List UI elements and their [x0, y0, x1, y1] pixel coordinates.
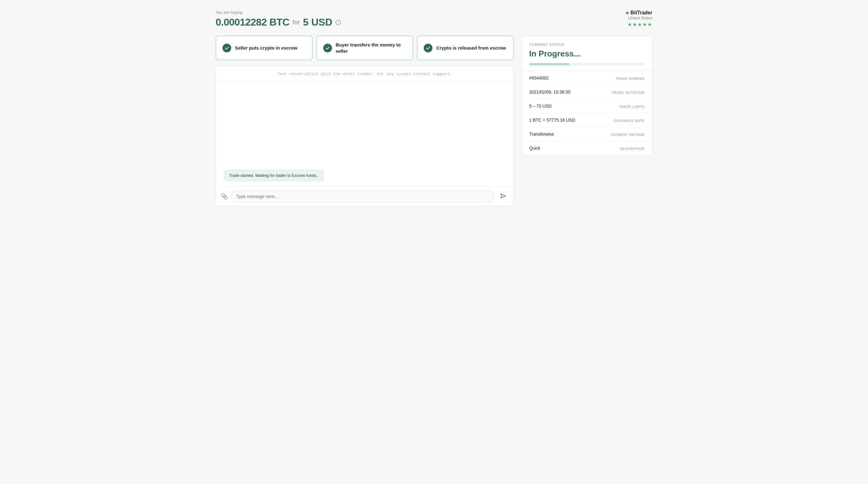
seller-name-row: BitTrader — [626, 10, 652, 15]
trade-detail-row-initiation: 2021/02/09, 15:38:35 TRADE INITIATION — [522, 85, 652, 99]
trade-detail-row-limits: 5 – 70 USD TRADE LIMITS — [522, 99, 652, 113]
seller-name[interactable]: BitTrader — [630, 10, 652, 15]
you-are-buying-label: You are buying — [216, 10, 341, 15]
description-label: DESCRIPTION — [620, 147, 645, 151]
step-card-2: Buyer transfers the money to seller — [316, 36, 413, 60]
for-label: for — [293, 19, 300, 26]
seller-stars: ★★★★★ — [626, 22, 652, 27]
chat-messages: Trade started. Waiting for trader to Esc… — [216, 80, 514, 187]
header-left: You are buying 0.00012282 BTC for 5 USD … — [216, 10, 341, 28]
info-icon[interactable]: i — [335, 20, 341, 25]
btc-amount: 0.00012282 BTC — [216, 17, 289, 28]
send-icon — [500, 193, 506, 199]
exchange-rate-label: EXCHANGE RATE — [614, 119, 645, 123]
trade-amount: 0.00012282 BTC for 5 USD i — [216, 17, 341, 28]
trade-initiation-label: TRADE INITIATION — [612, 91, 645, 95]
trade-detail-row-number: #9344092 TRADE NUMBER — [522, 71, 652, 85]
progress-bar-bg — [529, 63, 645, 65]
online-dot-icon — [626, 11, 629, 14]
status-top: CURRENT STATUS In Progress... — [522, 36, 652, 71]
seller-country: United States — [626, 15, 652, 20]
trade-number-value: #9344092 — [529, 75, 549, 80]
check-icon-2 — [326, 46, 330, 50]
chat-panel: Your conversation with the other trader.… — [216, 66, 514, 206]
trade-detail-row-payment: Transferwise PAYMENT METHOD — [522, 127, 652, 141]
send-button[interactable] — [497, 192, 508, 202]
step-check-1 — [222, 44, 231, 53]
step-label-3: Crypto is released from escrow — [436, 45, 506, 51]
trade-limits-label: TRADE LIMITS — [619, 105, 645, 108]
header-right: BitTrader United States ★★★★★ — [626, 10, 652, 27]
check-icon-3 — [426, 46, 430, 50]
progress-bar-fill — [529, 63, 570, 65]
trade-number-label: TRADE NUMBER — [616, 77, 645, 80]
exchange-rate-value: 1 BTC = 57775.18 USD — [529, 118, 575, 123]
chat-input[interactable] — [231, 191, 494, 202]
right-panel-inner: CURRENT STATUS In Progress... #9344092 T… — [521, 36, 652, 155]
attach-icon[interactable]: 📎 — [221, 193, 228, 200]
payment-method-value: Transferwise — [529, 132, 554, 137]
in-progress-value: In Progress... — [529, 49, 645, 59]
check-icon-1 — [225, 46, 229, 50]
chat-bubble: Trade started. Waiting for trader to Esc… — [223, 169, 324, 182]
current-status-label: CURRENT STATUS — [529, 43, 645, 46]
steps-row: Seller puts crypto in escrow Buyer trans… — [216, 36, 514, 60]
step-check-3 — [424, 44, 432, 53]
chat-info-bar: Your conversation with the other trader.… — [216, 66, 514, 80]
trade-initiation-value: 2021/02/09, 15:38:35 — [529, 90, 570, 95]
step-label-1: Seller puts crypto in escrow — [235, 45, 297, 51]
usd-amount: 5 USD — [303, 17, 332, 28]
payment-method-label: PAYMENT METHOD — [611, 133, 645, 137]
trade-details: #9344092 TRADE NUMBER 2021/02/09, 15:38:… — [522, 71, 652, 155]
right-panel: CURRENT STATUS In Progress... #9344092 T… — [521, 36, 652, 155]
trade-detail-row-description: Quick DESCRIPTION — [522, 141, 652, 155]
header-row: You are buying 0.00012282 BTC for 5 USD … — [216, 10, 652, 28]
main-content: Seller puts crypto in escrow Buyer trans… — [216, 36, 652, 206]
chat-input-row: 📎 — [216, 187, 514, 206]
description-value: Quick — [529, 146, 540, 151]
trade-detail-row-rate: 1 BTC = 57775.18 USD EXCHANGE RATE — [522, 113, 652, 127]
step-card-1: Seller puts crypto in escrow — [216, 36, 313, 60]
step-card-3: Crypto is released from escrow — [417, 36, 514, 60]
trade-limits-value: 5 – 70 USD — [529, 103, 552, 108]
step-label-2: Buyer transfers the money to seller — [336, 42, 407, 54]
page-container: You are buying 0.00012282 BTC for 5 USD … — [216, 10, 652, 206]
left-panel: Seller puts crypto in escrow Buyer trans… — [216, 36, 514, 206]
step-check-2 — [323, 44, 332, 53]
